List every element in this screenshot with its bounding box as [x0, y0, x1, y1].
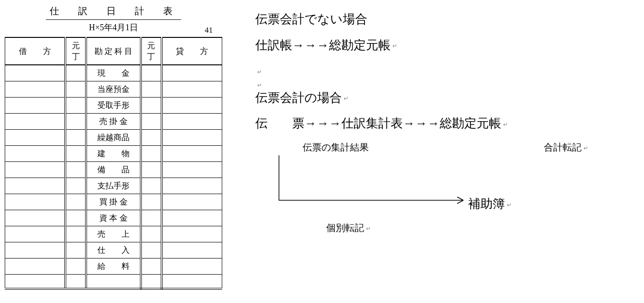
cell-credit: [162, 275, 222, 289]
cell-debit: [5, 146, 66, 162]
aux-book: 補助簿↵: [468, 193, 512, 215]
ledger-panel: 仕 訳 日 計 表 H×5年4月1日 41 借 方 元丁 勘 定 科 目 元丁 …: [5, 5, 222, 290]
cell-ref1: [65, 162, 86, 178]
ledger-title: 仕 訳 日 計 表: [46, 5, 181, 20]
label-kobetsu: 個別転記↵: [326, 219, 371, 236]
cell-ref1: [65, 146, 86, 162]
cell-debit: [5, 130, 66, 146]
cell-debit: [5, 258, 66, 275]
cell-ref1: [65, 114, 86, 130]
cell-ref1: [65, 194, 86, 210]
explanation-panel: 伝票会計でない場合 仕訳帳→→→総勘定元帳↵ ↵ ↵ 伝票会計の場合↵ 伝 票→…: [255, 9, 643, 139]
section2-flow: 伝 票→→→仕訳集計表→→→総勘定元帳↵ 伝票の集計結果 合計転記↵ 補助簿↵ …: [255, 113, 643, 135]
cell-ref2: [141, 242, 162, 258]
cell-debit: [5, 194, 66, 210]
table-footer-row: [5, 275, 222, 289]
table-row: 資 本 金: [5, 210, 222, 226]
cell-account: 繰越商品: [86, 130, 141, 146]
cell-credit: [162, 65, 222, 81]
table-row: 当座預金: [5, 81, 222, 98]
table-row: 仕 入: [5, 242, 222, 258]
ledger-page: 41: [205, 26, 213, 35]
table-row: 給 料: [5, 258, 222, 275]
cell-ref2: [141, 81, 162, 98]
section2-flow-a: 伝 票: [255, 116, 305, 130]
cell-credit: [162, 178, 222, 194]
cell-account: 給 料: [86, 258, 141, 275]
cell-account: 備 品: [86, 162, 141, 178]
cell-credit: [162, 162, 222, 178]
cell-debit: [5, 162, 66, 178]
return-mark-icon: ↵: [507, 202, 512, 208]
cell-debit: [5, 65, 66, 81]
section1-flow: 仕訳帳→→→総勘定元帳↵: [255, 35, 643, 57]
cell-ref2: [141, 194, 162, 210]
return-mark-icon: ↵: [503, 121, 508, 128]
th-debit: 借 方: [5, 37, 66, 65]
cell-ref1: [65, 130, 86, 146]
cell-ref2: [141, 98, 162, 114]
cell-credit: [162, 130, 222, 146]
cell-debit: [5, 178, 66, 194]
return-mark-icon: ↵: [392, 43, 397, 49]
cell-ref1: [65, 242, 86, 258]
cell-ref2: [141, 178, 162, 194]
cell-ref1: [65, 98, 86, 114]
cell-ref2: [141, 275, 162, 289]
cell-ref1: [65, 210, 86, 226]
label-total-post: 合計転記↵: [544, 139, 588, 156]
cell-debit: [5, 226, 66, 242]
cell-debit: [5, 98, 66, 114]
th-ref1: 元丁: [65, 37, 86, 65]
table-row: 支払手形: [5, 178, 222, 194]
cell-debit: [5, 210, 66, 226]
cell-ref2: [141, 258, 162, 275]
section2-heading: 伝票会計の場合↵: [255, 87, 643, 109]
cell-ref1: [65, 65, 86, 81]
th-credit: 貸 方: [162, 37, 222, 65]
cell-ref2: [141, 210, 162, 226]
cell-ref1: [65, 275, 86, 289]
cell-credit: [162, 114, 222, 130]
section2-flow-b: →→→仕訳集計表→→→総勘定元帳: [305, 116, 501, 130]
cell-account: 資 本 金: [86, 210, 141, 226]
ledger-date-row: H×5年4月1日 41: [5, 22, 222, 33]
return-mark-icon: ↵: [366, 225, 371, 232]
cell-account: 建 物: [86, 146, 141, 162]
cell-account: 当座預金: [86, 81, 141, 98]
cell-credit: [162, 146, 222, 162]
table-row: 売 上: [5, 226, 222, 242]
table-row: 現 金: [5, 65, 222, 81]
label-collect-result: 伝票の集計結果: [303, 139, 369, 156]
cell-debit: [5, 275, 66, 289]
th-account: 勘 定 科 目: [86, 37, 141, 65]
section1-flow-text: 仕訳帳→→→総勘定元帳: [255, 38, 391, 52]
cell-ref2: [141, 146, 162, 162]
cell-account: 売 上: [86, 226, 141, 242]
cell-ref1: [65, 81, 86, 98]
cell-ref1: [65, 258, 86, 275]
ledger-date: H×5年4月1日: [89, 23, 138, 32]
cell-credit: [162, 258, 222, 275]
section1-heading: 伝票会計でない場合: [255, 9, 643, 31]
cell-credit: [162, 194, 222, 210]
flow-bracket-icon: [277, 155, 475, 207]
cell-credit: [162, 242, 222, 258]
table-row: 受取手形: [5, 98, 222, 114]
return-mark-icon: ↵: [344, 95, 348, 102]
return-mark-icon: ↵: [583, 145, 588, 152]
cell-ref2: [141, 65, 162, 81]
cell-account: [86, 275, 141, 289]
table-row: 売 掛 金: [5, 114, 222, 130]
cell-credit: [162, 226, 222, 242]
table-row: 買 掛 金: [5, 194, 222, 210]
section2-heading-text: 伝票会計の場合: [255, 91, 342, 105]
cell-ref1: [65, 178, 86, 194]
cell-account: 買 掛 金: [86, 194, 141, 210]
cell-credit: [162, 98, 222, 114]
cell-ref1: [65, 226, 86, 242]
cell-debit: [5, 114, 66, 130]
cell-credit: [162, 81, 222, 98]
cell-account: 支払手形: [86, 178, 141, 194]
cell-credit: [162, 210, 222, 226]
